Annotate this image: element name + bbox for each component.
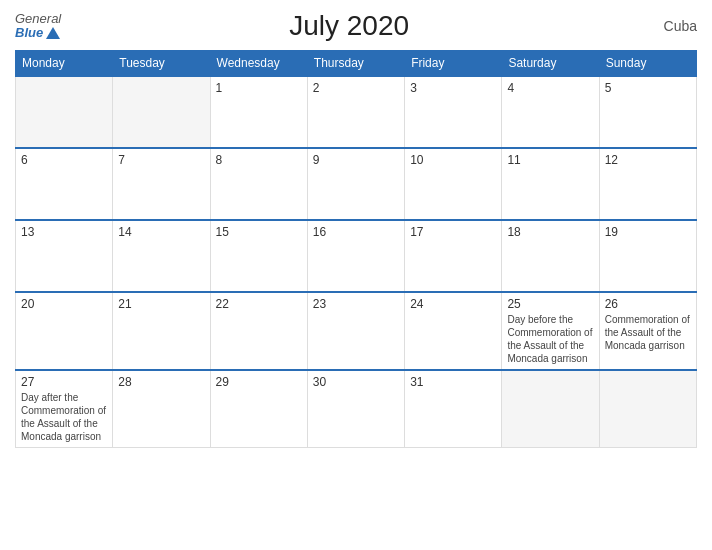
- calendar-title: July 2020: [61, 10, 637, 42]
- country-label: Cuba: [637, 18, 697, 34]
- header-saturday: Saturday: [502, 51, 599, 77]
- header-tuesday: Tuesday: [113, 51, 210, 77]
- cal-cell: 11: [502, 148, 599, 220]
- cal-cell: 1: [210, 76, 307, 148]
- cal-cell: [599, 370, 696, 448]
- day-event: Day before the Commemoration of the Assa…: [507, 314, 592, 364]
- cal-cell: 30: [307, 370, 404, 448]
- day-event: Commemoration of the Assault of the Monc…: [605, 314, 690, 351]
- day-number: 23: [313, 297, 399, 311]
- day-number: 28: [118, 375, 204, 389]
- day-number: 12: [605, 153, 691, 167]
- cal-cell: 24: [405, 292, 502, 370]
- header-sunday: Sunday: [599, 51, 696, 77]
- week-row-5: 27Day after the Commemoration of the Ass…: [16, 370, 697, 448]
- cal-cell: 12: [599, 148, 696, 220]
- cal-cell: 21: [113, 292, 210, 370]
- day-number: 13: [21, 225, 107, 239]
- calendar-table: Monday Tuesday Wednesday Thursday Friday…: [15, 50, 697, 448]
- logo: General Blue: [15, 12, 61, 41]
- cal-cell: 3: [405, 76, 502, 148]
- day-number: 1: [216, 81, 302, 95]
- logo-general-text: General: [15, 12, 61, 26]
- day-event: Day after the Commemoration of the Assau…: [21, 392, 106, 442]
- header-monday: Monday: [16, 51, 113, 77]
- day-number: 10: [410, 153, 496, 167]
- logo-triangle-icon: [46, 27, 60, 39]
- day-number: 14: [118, 225, 204, 239]
- cal-cell: 17: [405, 220, 502, 292]
- day-number: 4: [507, 81, 593, 95]
- header-wednesday: Wednesday: [210, 51, 307, 77]
- cal-cell: 28: [113, 370, 210, 448]
- cal-cell: [16, 76, 113, 148]
- day-number: 9: [313, 153, 399, 167]
- day-number: 5: [605, 81, 691, 95]
- day-number: 15: [216, 225, 302, 239]
- week-row-2: 6789101112: [16, 148, 697, 220]
- cal-cell: [502, 370, 599, 448]
- cal-cell: 22: [210, 292, 307, 370]
- day-number: 2: [313, 81, 399, 95]
- day-number: 17: [410, 225, 496, 239]
- day-number: 30: [313, 375, 399, 389]
- cal-cell: 5: [599, 76, 696, 148]
- cal-cell: 14: [113, 220, 210, 292]
- logo-blue-text: Blue: [15, 26, 61, 40]
- cal-cell: 9: [307, 148, 404, 220]
- cal-cell: 8: [210, 148, 307, 220]
- cal-cell: 15: [210, 220, 307, 292]
- cal-cell: 23: [307, 292, 404, 370]
- header-thursday: Thursday: [307, 51, 404, 77]
- cal-cell: 2: [307, 76, 404, 148]
- cal-cell: 13: [16, 220, 113, 292]
- day-number: 20: [21, 297, 107, 311]
- week-row-1: 12345: [16, 76, 697, 148]
- day-number: 31: [410, 375, 496, 389]
- cal-cell: 6: [16, 148, 113, 220]
- day-number: 8: [216, 153, 302, 167]
- day-number: 7: [118, 153, 204, 167]
- cal-cell: 18: [502, 220, 599, 292]
- cal-cell: 16: [307, 220, 404, 292]
- day-number: 3: [410, 81, 496, 95]
- week-row-4: 202122232425Day before the Commemoration…: [16, 292, 697, 370]
- cal-cell: [113, 76, 210, 148]
- week-row-3: 13141516171819: [16, 220, 697, 292]
- cal-cell: 19: [599, 220, 696, 292]
- day-number: 22: [216, 297, 302, 311]
- day-number: 19: [605, 225, 691, 239]
- cal-cell: 29: [210, 370, 307, 448]
- cal-cell: 25Day before the Commemoration of the As…: [502, 292, 599, 370]
- day-number: 16: [313, 225, 399, 239]
- header: General Blue July 2020 Cuba: [15, 10, 697, 42]
- header-friday: Friday: [405, 51, 502, 77]
- cal-cell: 27Day after the Commemoration of the Ass…: [16, 370, 113, 448]
- day-number: 27: [21, 375, 107, 389]
- weekday-header-row: Monday Tuesday Wednesday Thursday Friday…: [16, 51, 697, 77]
- day-number: 25: [507, 297, 593, 311]
- day-number: 26: [605, 297, 691, 311]
- day-number: 6: [21, 153, 107, 167]
- day-number: 24: [410, 297, 496, 311]
- day-number: 11: [507, 153, 593, 167]
- cal-cell: 26Commemoration of the Assault of the Mo…: [599, 292, 696, 370]
- cal-cell: 4: [502, 76, 599, 148]
- day-number: 29: [216, 375, 302, 389]
- calendar-page: General Blue July 2020 Cuba Monday Tuesd…: [0, 0, 712, 550]
- day-number: 18: [507, 225, 593, 239]
- cal-cell: 20: [16, 292, 113, 370]
- day-number: 21: [118, 297, 204, 311]
- cal-cell: 31: [405, 370, 502, 448]
- cal-cell: 10: [405, 148, 502, 220]
- cal-cell: 7: [113, 148, 210, 220]
